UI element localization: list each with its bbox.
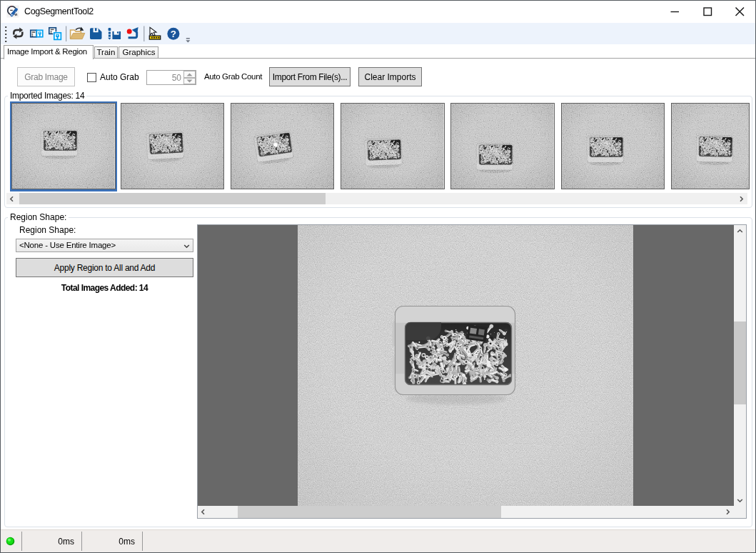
svg-text:?: ? — [171, 29, 176, 39]
